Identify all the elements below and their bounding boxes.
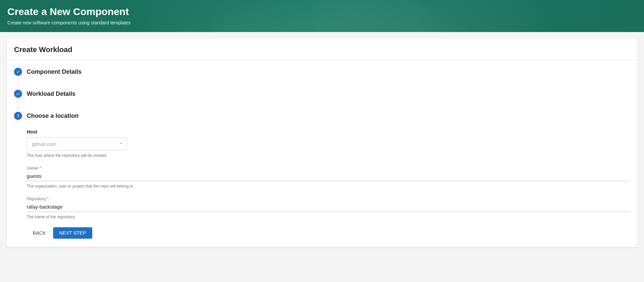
card-title: Create Workload bbox=[7, 39, 637, 60]
step-label: Workload Details bbox=[27, 90, 76, 97]
next-step-button[interactable]: NEXT STEP bbox=[53, 227, 92, 239]
page-title: Create a New Component bbox=[7, 6, 637, 17]
step-header[interactable]: 3 Choose a location bbox=[14, 112, 630, 120]
step-header[interactable]: Component Details bbox=[14, 68, 630, 76]
check-icon bbox=[14, 90, 22, 98]
step-connector bbox=[18, 99, 18, 110]
page-subtitle: Create new software components using sta… bbox=[7, 20, 637, 25]
step-label: Choose a location bbox=[27, 112, 79, 119]
main-card: Create Workload Component Details Worklo… bbox=[7, 39, 637, 247]
step-connector bbox=[18, 77, 18, 88]
step-choose-location: 3 Choose a location Host The host where … bbox=[14, 112, 630, 239]
step-header[interactable]: Workload Details bbox=[14, 90, 630, 98]
repository-input[interactable] bbox=[27, 202, 630, 212]
stepper: Component Details Workload Details 3 Cho… bbox=[7, 60, 637, 247]
owner-input[interactable] bbox=[27, 171, 630, 181]
back-button[interactable]: BACK bbox=[31, 228, 48, 238]
step-content: Host The host where the repository will … bbox=[14, 120, 630, 239]
step-workload-details: Workload Details bbox=[14, 90, 630, 98]
step-component-details: Component Details bbox=[14, 68, 630, 76]
host-select[interactable] bbox=[27, 137, 127, 151]
owner-label: Owner * bbox=[27, 166, 630, 171]
check-icon bbox=[14, 68, 22, 76]
host-select-wrap bbox=[27, 137, 127, 151]
page-header: Create a New Component Create new softwa… bbox=[0, 0, 644, 32]
owner-helper: The organization, user or project that t… bbox=[27, 184, 630, 189]
step-number: 3 bbox=[17, 113, 19, 118]
field-host: Host The host where the repository will … bbox=[27, 129, 630, 158]
action-row: BACK NEXT STEP bbox=[27, 227, 630, 239]
step-number-icon: 3 bbox=[14, 112, 22, 120]
repository-label: Repository * bbox=[27, 197, 630, 201]
repository-helper: The name of the repository bbox=[27, 215, 630, 219]
step-label: Component Details bbox=[27, 68, 82, 75]
field-repository: Repository * The name of the repository bbox=[27, 197, 630, 219]
host-helper: The host where the repository will be cr… bbox=[27, 153, 630, 158]
host-label: Host bbox=[27, 129, 630, 134]
field-owner: Owner * The organization, user or projec… bbox=[27, 166, 630, 189]
